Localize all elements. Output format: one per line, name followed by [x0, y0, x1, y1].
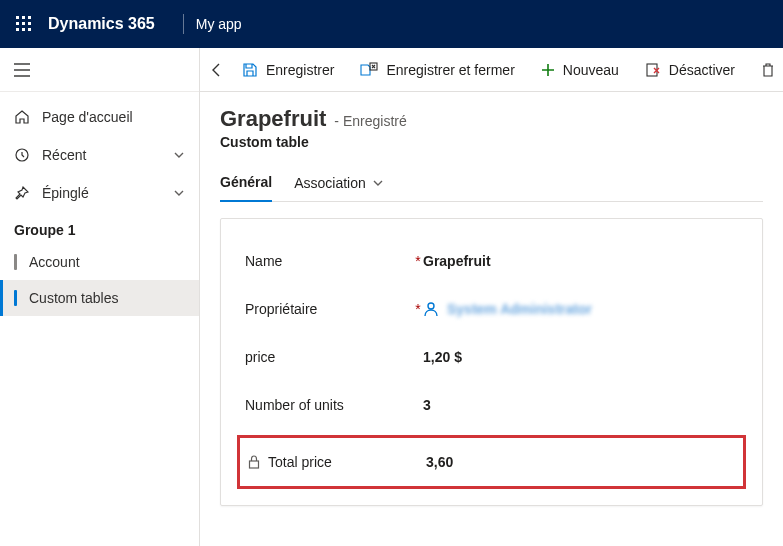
nav-home[interactable]: Page d'accueil — [0, 98, 199, 136]
field-total-price: Total price 3,60 — [248, 444, 735, 480]
sidebar: Page d'accueil Récent Épinglé Groupe 1 A… — [0, 48, 200, 546]
tab-association[interactable]: Association — [294, 168, 384, 201]
svg-rect-6 — [16, 28, 19, 31]
form-tabs: Général Association — [220, 168, 763, 202]
lock-icon — [248, 455, 260, 469]
save-button[interactable]: Enregistrer — [232, 54, 344, 86]
owner-value: System Administrator — [447, 301, 592, 317]
save-label: Enregistrer — [266, 62, 334, 78]
nav-custom-tables-label: Custom tables — [29, 290, 118, 306]
svg-rect-8 — [28, 28, 31, 31]
nav-home-label: Page d'accueil — [42, 109, 133, 125]
sidebar-toggle[interactable] — [0, 48, 199, 92]
required-indicator: * — [413, 253, 423, 269]
chevron-down-icon — [372, 177, 384, 189]
trash-icon — [761, 62, 775, 78]
save-close-icon — [360, 62, 378, 78]
pin-icon — [14, 185, 30, 201]
units-label: Number of units — [245, 397, 344, 413]
nav-group-1: Groupe 1 — [0, 212, 199, 244]
plus-icon — [541, 63, 555, 77]
field-name[interactable]: Name * Grapefruit — [245, 237, 738, 285]
svg-rect-2 — [28, 16, 31, 19]
command-bar: Enregistrer Enregistrer et fermer Nouvea… — [200, 48, 783, 92]
record-status: - Enregistré — [334, 113, 406, 129]
nav-account-label: Account — [29, 254, 80, 270]
name-value: Grapefruit — [423, 253, 491, 269]
save-close-label: Enregistrer et fermer — [386, 62, 514, 78]
total-label: Total price — [268, 454, 332, 470]
nav-recent[interactable]: Récent — [0, 136, 199, 174]
total-value: 3,60 — [426, 454, 453, 470]
owner-label: Propriétaire — [245, 301, 317, 317]
tab-general[interactable]: Général — [220, 168, 272, 202]
new-button[interactable]: Nouveau — [531, 54, 629, 86]
price-label: price — [245, 349, 275, 365]
deactivate-label: Désactiver — [669, 62, 735, 78]
svg-rect-3 — [16, 22, 19, 25]
required-indicator: * — [413, 301, 423, 317]
tab-general-label: Général — [220, 174, 272, 190]
brand-label: Dynamics 365 — [48, 15, 155, 33]
save-close-button[interactable]: Enregistrer et fermer — [350, 54, 524, 86]
svg-rect-16 — [250, 461, 259, 468]
svg-rect-5 — [28, 22, 31, 25]
home-icon — [14, 109, 30, 125]
deactivate-button[interactable]: Désactiver — [635, 54, 745, 86]
svg-point-15 — [428, 303, 434, 309]
nav-custom-tables[interactable]: Custom tables — [0, 280, 199, 316]
save-icon — [242, 62, 258, 78]
name-label: Name — [245, 253, 282, 269]
svg-rect-0 — [16, 16, 19, 19]
deactivate-icon — [645, 62, 661, 78]
topbar: Dynamics 365 My app — [0, 0, 783, 48]
nav-recent-label: Récent — [42, 147, 86, 163]
delete-button[interactable] — [751, 54, 775, 86]
nav-account[interactable]: Account — [0, 244, 199, 280]
new-label: Nouveau — [563, 62, 619, 78]
topbar-divider — [183, 14, 184, 34]
highlight-box: Total price 3,60 — [237, 435, 746, 489]
back-button[interactable] — [208, 54, 226, 86]
app-name-label: My app — [196, 16, 242, 32]
chevron-down-icon — [173, 187, 185, 199]
svg-rect-7 — [22, 28, 25, 31]
svg-rect-4 — [22, 22, 25, 25]
list-icon — [14, 254, 17, 270]
page-content: Grapefruit - Enregistré Custom table Gén… — [200, 92, 783, 526]
chevron-down-icon — [173, 149, 185, 161]
nav-pinned-label: Épinglé — [42, 185, 89, 201]
units-value: 3 — [423, 397, 431, 413]
app-launcher-icon[interactable] — [8, 8, 40, 40]
svg-rect-1 — [22, 16, 25, 19]
form-section: Name * Grapefruit Propriétaire * System … — [220, 218, 763, 506]
person-icon — [423, 301, 439, 317]
field-price[interactable]: price 1,20 $ — [245, 333, 738, 381]
price-value: 1,20 $ — [423, 349, 462, 365]
tab-association-label: Association — [294, 175, 366, 191]
list-icon — [14, 290, 17, 306]
field-units[interactable]: Number of units 3 — [245, 381, 738, 429]
entity-name: Custom table — [220, 134, 763, 150]
clock-icon — [14, 147, 30, 163]
nav-pinned[interactable]: Épinglé — [0, 174, 199, 212]
page-title: Grapefruit — [220, 106, 326, 132]
main-area: Enregistrer Enregistrer et fermer Nouvea… — [200, 48, 783, 546]
field-owner[interactable]: Propriétaire * System Administrator — [245, 285, 738, 333]
